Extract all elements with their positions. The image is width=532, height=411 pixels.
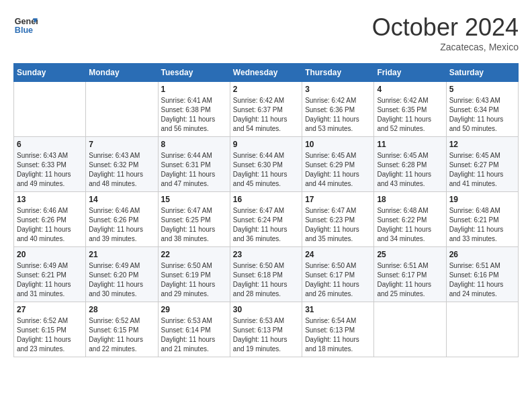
day-number: 25 [377, 250, 443, 259]
day-info: Sunrise: 6:47 AM Sunset: 6:25 PM Dayligh… [161, 206, 227, 244]
calendar-cell [446, 302, 518, 357]
svg-text:Blue: Blue [15, 26, 33, 35]
calendar-cell: 5Sunrise: 6:43 AM Sunset: 6:34 PM Daylig… [446, 82, 518, 137]
day-info: Sunrise: 6:43 AM Sunset: 6:32 PM Dayligh… [89, 151, 154, 189]
day-info: Sunrise: 6:47 AM Sunset: 6:24 PM Dayligh… [233, 206, 299, 244]
calendar-week-4: 20Sunrise: 6:49 AM Sunset: 6:21 PM Dayli… [14, 247, 519, 302]
day-info: Sunrise: 6:45 AM Sunset: 6:28 PM Dayligh… [377, 151, 443, 189]
day-number: 4 [377, 85, 443, 94]
calendar-cell: 28Sunrise: 6:52 AM Sunset: 6:15 PM Dayli… [86, 302, 158, 357]
calendar-cell: 22Sunrise: 6:50 AM Sunset: 6:19 PM Dayli… [158, 247, 230, 302]
header-row: SundayMondayTuesdayWednesdayThursdayFrid… [14, 64, 519, 82]
day-number: 13 [17, 195, 83, 204]
day-info: Sunrise: 6:48 AM Sunset: 6:21 PM Dayligh… [449, 206, 515, 244]
calendar-cell: 2Sunrise: 6:42 AM Sunset: 6:37 PM Daylig… [230, 82, 302, 137]
calendar-cell: 16Sunrise: 6:47 AM Sunset: 6:24 PM Dayli… [230, 192, 302, 247]
day-info: Sunrise: 6:45 AM Sunset: 6:29 PM Dayligh… [305, 151, 371, 189]
day-number: 15 [161, 195, 227, 204]
day-number: 28 [89, 305, 154, 314]
calendar-body: 1Sunrise: 6:41 AM Sunset: 6:38 PM Daylig… [14, 82, 519, 357]
calendar-week-2: 6Sunrise: 6:43 AM Sunset: 6:33 PM Daylig… [14, 137, 519, 192]
location-subtitle: Zacatecas, Mexico [372, 42, 519, 52]
calendar-cell: 9Sunrise: 6:44 AM Sunset: 6:30 PM Daylig… [230, 137, 302, 192]
calendar-week-1: 1Sunrise: 6:41 AM Sunset: 6:38 PM Daylig… [14, 82, 519, 137]
day-info: Sunrise: 6:42 AM Sunset: 6:37 PM Dayligh… [233, 96, 299, 134]
logo-icon: General Blue [13, 13, 38, 38]
day-number: 31 [305, 305, 371, 314]
day-info: Sunrise: 6:41 AM Sunset: 6:38 PM Dayligh… [161, 96, 227, 134]
month-title: October 2024 [372, 13, 519, 42]
column-header-tuesday: Tuesday [158, 64, 230, 82]
day-number: 26 [449, 250, 515, 259]
column-header-friday: Friday [374, 64, 446, 82]
calendar-cell: 1Sunrise: 6:41 AM Sunset: 6:38 PM Daylig… [158, 82, 230, 137]
calendar-cell: 20Sunrise: 6:49 AM Sunset: 6:21 PM Dayli… [14, 247, 86, 302]
calendar-cell: 15Sunrise: 6:47 AM Sunset: 6:25 PM Dayli… [158, 192, 230, 247]
day-number: 7 [89, 140, 154, 149]
day-number: 9 [233, 140, 299, 149]
page-header: General Blue October 2024 Zacatecas, Mex… [13, 13, 519, 52]
day-number: 1 [161, 85, 227, 94]
calendar-cell: 27Sunrise: 6:52 AM Sunset: 6:15 PM Dayli… [14, 302, 86, 357]
day-number: 16 [233, 195, 299, 204]
calendar-cell: 19Sunrise: 6:48 AM Sunset: 6:21 PM Dayli… [446, 192, 518, 247]
day-number: 27 [17, 305, 83, 314]
day-number: 22 [161, 250, 227, 259]
day-number: 14 [89, 195, 154, 204]
calendar-cell: 24Sunrise: 6:50 AM Sunset: 6:17 PM Dayli… [302, 247, 374, 302]
calendar-cell: 14Sunrise: 6:46 AM Sunset: 6:26 PM Dayli… [86, 192, 158, 247]
day-info: Sunrise: 6:54 AM Sunset: 6:13 PM Dayligh… [305, 316, 371, 354]
day-info: Sunrise: 6:51 AM Sunset: 6:17 PM Dayligh… [377, 261, 443, 299]
day-info: Sunrise: 6:44 AM Sunset: 6:30 PM Dayligh… [233, 151, 299, 189]
calendar-cell: 25Sunrise: 6:51 AM Sunset: 6:17 PM Dayli… [374, 247, 446, 302]
calendar-cell: 6Sunrise: 6:43 AM Sunset: 6:33 PM Daylig… [14, 137, 86, 192]
day-number: 29 [161, 305, 227, 314]
day-number: 8 [161, 140, 227, 149]
day-info: Sunrise: 6:52 AM Sunset: 6:15 PM Dayligh… [89, 316, 154, 354]
calendar-cell: 10Sunrise: 6:45 AM Sunset: 6:29 PM Dayli… [302, 137, 374, 192]
day-info: Sunrise: 6:49 AM Sunset: 6:21 PM Dayligh… [17, 261, 83, 299]
calendar-cell [86, 82, 158, 137]
day-info: Sunrise: 6:42 AM Sunset: 6:35 PM Dayligh… [377, 96, 443, 134]
day-number: 12 [449, 140, 515, 149]
calendar-cell: 17Sunrise: 6:47 AM Sunset: 6:23 PM Dayli… [302, 192, 374, 247]
calendar-cell: 18Sunrise: 6:48 AM Sunset: 6:22 PM Dayli… [374, 192, 446, 247]
calendar-cell: 21Sunrise: 6:49 AM Sunset: 6:20 PM Dayli… [86, 247, 158, 302]
day-info: Sunrise: 6:42 AM Sunset: 6:36 PM Dayligh… [305, 96, 371, 134]
calendar-cell: 26Sunrise: 6:51 AM Sunset: 6:16 PM Dayli… [446, 247, 518, 302]
calendar-cell: 4Sunrise: 6:42 AM Sunset: 6:35 PM Daylig… [374, 82, 446, 137]
day-number: 23 [233, 250, 299, 259]
calendar-cell: 31Sunrise: 6:54 AM Sunset: 6:13 PM Dayli… [302, 302, 374, 357]
day-number: 3 [305, 85, 371, 94]
day-info: Sunrise: 6:43 AM Sunset: 6:34 PM Dayligh… [449, 96, 515, 134]
day-number: 5 [449, 85, 515, 94]
title-block: October 2024 Zacatecas, Mexico [372, 13, 519, 52]
column-header-sunday: Sunday [14, 64, 86, 82]
day-info: Sunrise: 6:43 AM Sunset: 6:33 PM Dayligh… [17, 151, 83, 189]
column-header-saturday: Saturday [446, 64, 518, 82]
day-number: 2 [233, 85, 299, 94]
day-info: Sunrise: 6:53 AM Sunset: 6:14 PM Dayligh… [161, 316, 227, 354]
column-header-thursday: Thursday [302, 64, 374, 82]
calendar-cell: 11Sunrise: 6:45 AM Sunset: 6:28 PM Dayli… [374, 137, 446, 192]
day-info: Sunrise: 6:47 AM Sunset: 6:23 PM Dayligh… [305, 206, 371, 244]
calendar-header: SundayMondayTuesdayWednesdayThursdayFrid… [14, 64, 519, 82]
column-header-wednesday: Wednesday [230, 64, 302, 82]
day-number: 19 [449, 195, 515, 204]
day-number: 18 [377, 195, 443, 204]
calendar-week-5: 27Sunrise: 6:52 AM Sunset: 6:15 PM Dayli… [14, 302, 519, 357]
day-info: Sunrise: 6:52 AM Sunset: 6:15 PM Dayligh… [17, 316, 83, 354]
day-info: Sunrise: 6:49 AM Sunset: 6:20 PM Dayligh… [89, 261, 154, 299]
day-info: Sunrise: 6:44 AM Sunset: 6:31 PM Dayligh… [161, 151, 227, 189]
day-number: 20 [17, 250, 83, 259]
day-number: 11 [377, 140, 443, 149]
day-info: Sunrise: 6:46 AM Sunset: 6:26 PM Dayligh… [17, 206, 83, 244]
day-info: Sunrise: 6:51 AM Sunset: 6:16 PM Dayligh… [449, 261, 515, 299]
calendar-cell: 12Sunrise: 6:45 AM Sunset: 6:27 PM Dayli… [446, 137, 518, 192]
day-info: Sunrise: 6:46 AM Sunset: 6:26 PM Dayligh… [89, 206, 154, 244]
calendar-week-3: 13Sunrise: 6:46 AM Sunset: 6:26 PM Dayli… [14, 192, 519, 247]
calendar-cell [14, 82, 86, 137]
day-info: Sunrise: 6:50 AM Sunset: 6:18 PM Dayligh… [233, 261, 299, 299]
day-info: Sunrise: 6:53 AM Sunset: 6:13 PM Dayligh… [233, 316, 299, 354]
calendar-cell [374, 302, 446, 357]
